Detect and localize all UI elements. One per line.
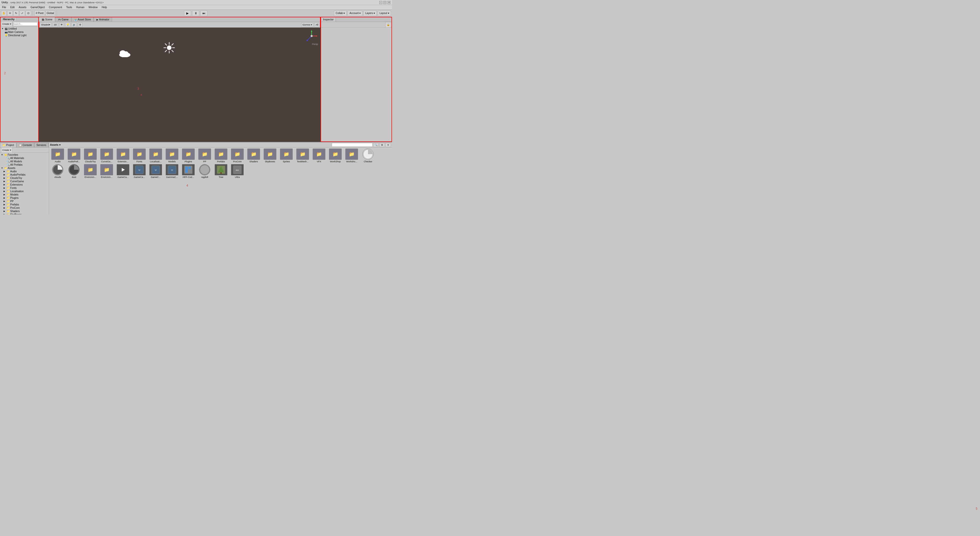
asset-ultra[interactable]: doc Ultra	[230, 164, 245, 179]
scene-icon-4[interactable]: ⚙	[78, 22, 83, 27]
tab-animator[interactable]: ▶ Animator	[94, 17, 112, 22]
asset-tree[interactable]: Tree	[213, 164, 229, 179]
scene-icon-2[interactable]: 💡	[65, 22, 70, 27]
hierarchy-tab[interactable]: Hierarchy	[1, 17, 16, 21]
layers-btn[interactable]: Layers ▾	[363, 11, 377, 16]
hierarchy-item-untitled[interactable]: ▼ 🎬 Untitled	[0, 27, 38, 30]
step-button[interactable]: ⏭	[200, 11, 207, 16]
asset-skyboxes[interactable]: 📁 SkyBoxes	[262, 148, 278, 163]
asset-cloudstoy[interactable]: 📁 CloudsToy	[83, 148, 98, 163]
assets-root[interactable]: ▼ 📁 Assets	[0, 166, 49, 170]
tree-localisation[interactable]: ▶📁Localisation	[0, 190, 49, 193]
hand-tool[interactable]: ✋	[1, 11, 6, 16]
tree-shaders[interactable]: ▶📁Shaders	[0, 210, 49, 213]
asset-pp[interactable]: 📁 PP	[197, 148, 212, 163]
tree-curvegame[interactable]: ▶📁CurveGame	[0, 180, 49, 183]
asset-fonts[interactable]: 📁 Fonts	[132, 148, 147, 163]
asset-environm2[interactable]: 📁 Environm...	[99, 164, 115, 179]
play-button[interactable]: ▶	[184, 11, 191, 16]
menu-help[interactable]: Help	[100, 6, 108, 9]
asset-audiopref[interactable]: 📁 AudioPref...	[66, 148, 82, 163]
asset-clouds[interactable]: clouds	[50, 164, 65, 179]
pivot-btn[interactable]: # Pivot	[35, 11, 45, 16]
all-materials-item[interactable]: 🔍 All Materials	[0, 156, 49, 160]
filter-btn[interactable]: ⚙	[379, 143, 385, 147]
menu-tools[interactable]: Tools	[65, 6, 73, 9]
asset-sprites[interactable]: 📁 Sprites	[279, 148, 294, 163]
tab-project[interactable]: 📁 Project	[0, 143, 16, 147]
layout-btn[interactable]: Layout ▾	[378, 11, 391, 16]
asset-extensio[interactable]: 📁 Extensio...	[115, 148, 130, 163]
menu-edit[interactable]: Edit	[9, 6, 16, 9]
asset-shaders[interactable]: 📁 Shaders	[246, 148, 261, 163]
asset-worksho2[interactable]: 📁 Worksho...	[344, 148, 360, 163]
menu-window[interactable]: Window	[88, 6, 99, 9]
scene-view[interactable]: + Persp 3	[39, 27, 321, 142]
asset-ragdoll[interactable]: ragdoll	[197, 164, 212, 179]
tree-models[interactable]: ▶📁Models	[0, 193, 49, 196]
hierarchy-create-btn[interactable]: Create ▾	[1, 21, 13, 27]
shading-dropdown[interactable]: Shaded ▾	[40, 22, 52, 27]
hierarchy-item-light[interactable]: 💡 Directional Light	[0, 34, 38, 37]
asset-models[interactable]: 📁 Models	[164, 148, 180, 163]
tree-prefabs[interactable]: ▶📁Prefabs	[0, 203, 49, 206]
asset-gammac[interactable]: U GammaC...	[164, 164, 180, 179]
tab-console[interactable]: 📋 Console	[16, 143, 34, 147]
asset-localisati[interactable]: 📁 Localisati...	[148, 148, 163, 163]
maximize-btn[interactable]: □	[383, 1, 387, 4]
hierarchy-item-camera[interactable]: 📷 Main Camera	[0, 30, 38, 34]
rotate-tool[interactable]: ↻	[13, 11, 19, 16]
search-icon-btn[interactable]: 🔍	[373, 143, 379, 147]
close-btn[interactable]: ✕	[387, 1, 390, 4]
gizmos-btn[interactable]: Gizmos ▾	[301, 22, 313, 27]
asset-checker[interactable]: Checker	[360, 148, 375, 163]
inspector-lock-btn[interactable]: 🔒	[385, 22, 391, 27]
scale-tool[interactable]: ⤢	[19, 11, 25, 16]
inspector-tab[interactable]: Inspector	[321, 17, 336, 22]
tree-skyboxes[interactable]: ▶📁SkyBoxes	[0, 213, 49, 215]
asset-audio[interactable]: 📁 Audio	[50, 148, 65, 163]
tree-extensions[interactable]: ▶📁Extensions	[0, 183, 49, 186]
menu-file[interactable]: File	[1, 6, 7, 9]
asset-hff[interactable]: HFF-Cod...	[181, 164, 196, 179]
menu-component[interactable]: Component	[48, 6, 63, 9]
tree-procore[interactable]: ▶📁ProCore	[0, 206, 49, 210]
tab-services[interactable]: Services	[34, 143, 48, 147]
asset-curvega[interactable]: 📁 CurveGa...	[99, 148, 115, 163]
asset-prefabs[interactable]: 📁 Prefabs	[213, 148, 229, 163]
close-search-btn[interactable]: ✕	[385, 143, 391, 147]
global-btn[interactable]: Global	[45, 11, 56, 16]
move-tool[interactable]: ✛	[7, 11, 13, 16]
tree-audio[interactable]: ▶📁Audio	[0, 170, 49, 173]
menu-assets[interactable]: Assets	[18, 6, 27, 9]
minimize-btn[interactable]: –	[379, 1, 382, 4]
favorites-group[interactable]: ▼ ⭐ Favorites	[0, 153, 49, 156]
asset-workshop[interactable]: 📁 WorkShop	[328, 148, 343, 163]
asset-vfx[interactable]: 📁 VFX	[311, 148, 327, 163]
rect-tool[interactable]: ⊡	[25, 11, 31, 16]
all-prefabs-item[interactable]: 🔍 All Prefabs	[0, 163, 49, 166]
tab-scene[interactable]: 🎬 Scene	[39, 17, 55, 22]
tree-pp[interactable]: ▶📁PP	[0, 200, 49, 203]
collab-btn[interactable]: Collab ▾	[334, 11, 347, 16]
asset-gamec2[interactable]: U GameC...	[148, 164, 163, 179]
project-create-btn[interactable]: Create ▾	[1, 147, 13, 153]
asset-plugins[interactable]: 📁 Plugins	[181, 148, 196, 163]
asset-gameca-icon[interactable]: GameCa...	[115, 164, 130, 179]
tab-game[interactable]: 🎮 Game	[55, 17, 71, 22]
asset-textmesh[interactable]: 📁 TextMesh...	[295, 148, 310, 163]
asset-procore[interactable]: 📁 ProCore	[230, 148, 245, 163]
menu-gameobject[interactable]: GameObject	[29, 6, 46, 9]
menu-human[interactable]: Human	[75, 6, 86, 9]
scene-icon-3[interactable]: 🔊	[72, 22, 77, 27]
account-btn[interactable]: Account ▾	[348, 11, 363, 16]
hierarchy-search[interactable]	[13, 22, 38, 26]
assets-search-input[interactable]	[332, 143, 372, 147]
asset-dust[interactable]: dust	[66, 164, 82, 179]
dimension-btn[interactable]: 2D	[52, 22, 58, 27]
tree-plugins[interactable]: ▶📁Plugins	[0, 196, 49, 200]
all-models-item[interactable]: 🔍 All Models	[0, 160, 49, 163]
asset-gameca1[interactable]: U GameCa...	[132, 164, 147, 179]
tab-asset-store[interactable]: 🏪 Asset Store	[72, 17, 94, 22]
tree-cloudstoy[interactable]: ▶📁CloudsToy	[0, 177, 49, 180]
